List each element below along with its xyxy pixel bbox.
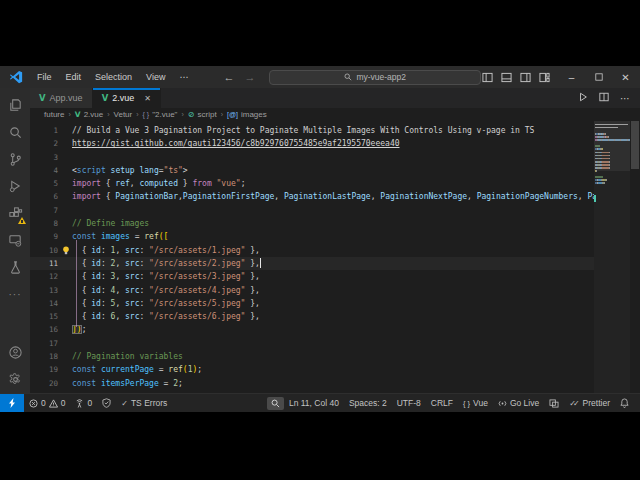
prettier-status[interactable]: ✓✓ Prettier [564, 394, 615, 412]
customize-layout-icon[interactable] [538, 71, 551, 84]
menu-edit[interactable]: Edit [59, 66, 89, 88]
breadcrumb-vetur[interactable]: Vetur [114, 110, 133, 119]
minimap[interactable] [594, 121, 630, 393]
close-tab-icon[interactable]: ✕ [144, 94, 151, 103]
code-line[interactable]: 4<script setup lang="ts"> [30, 164, 594, 177]
code-line[interactable]: 21 [30, 390, 594, 393]
search-icon [344, 73, 352, 81]
code-token: computed [139, 179, 178, 188]
split-editor-icon[interactable] [599, 92, 609, 104]
screencast-zoom-indicator[interactable] [267, 397, 284, 410]
toggle-panel-icon[interactable] [500, 71, 513, 84]
breadcrumb-2vue-symbol[interactable]: "2.vue" [152, 110, 177, 119]
vue-file-icon: V [102, 93, 109, 103]
cursor-position-status[interactable]: Ln 11, Col 40 [284, 394, 344, 412]
navigate-back-icon[interactable]: ← [223, 71, 234, 83]
code-line[interactable]: 8// Define images [30, 217, 594, 230]
settings-gear-icon[interactable] [0, 366, 30, 393]
run-file-icon[interactable] [578, 92, 588, 104]
magnifier-icon [271, 399, 280, 408]
ports-status[interactable]: 0 [70, 394, 97, 412]
navigate-forward-icon[interactable]: → [244, 71, 255, 83]
tab-2-vue[interactable]: V 2.vue ✕ [93, 88, 161, 108]
ports-count: 0 [87, 398, 92, 408]
line-number: 18 [30, 350, 58, 363]
code-line[interactable]: 15 { id: 6, src: "/src/assets/6.jpeg" }, [30, 310, 594, 323]
more-views-icon[interactable]: ··· [0, 281, 30, 308]
toggle-sidebar-icon[interactable] [481, 71, 494, 84]
code-line[interactable]: 2https://gist.github.com/gauti123456/c8b… [30, 137, 594, 150]
minimize-button[interactable]: – [565, 72, 578, 83]
code-line[interactable]: 5import { ref, computed } from "vue"; [30, 177, 594, 190]
code-line[interactable]: 7 [30, 204, 594, 217]
workspace-trust-status[interactable] [97, 394, 116, 412]
menu-selection[interactable]: Selection [88, 66, 139, 88]
code-line[interactable]: 19const currentPage = ref(1); [30, 363, 594, 376]
code-line[interactable]: 6import { PaginationBar,PaginationFirstP… [30, 190, 594, 203]
remote-explorer-icon[interactable] [0, 227, 30, 254]
remote-indicator[interactable] [0, 394, 24, 412]
code-line[interactable]: 11 { id: 2, src: "/src/assets/2.jpeg" }, [30, 257, 594, 270]
close-window-button[interactable]: ✕ [619, 72, 632, 83]
title-bar: File Edit Selection View ⋯ ← → my-vue-ap… [0, 66, 640, 88]
run-debug-icon[interactable] [0, 173, 30, 200]
breadcrumb-folder[interactable]: future [44, 110, 64, 119]
minimap-slider[interactable] [594, 121, 630, 171]
ts-errors-status[interactable]: ✓ TS Errors [116, 394, 172, 412]
language-mode-status[interactable]: { } Vue [458, 394, 493, 412]
code-line[interactable]: 17 [30, 337, 594, 350]
code-line[interactable]: 10 { id: 1, src: "/src/assets/1.jpeg" }, [30, 244, 594, 257]
eol-status[interactable]: CRLF [426, 394, 458, 412]
highlight-tag-status[interactable] [544, 394, 564, 412]
go-live-status[interactable]: Go Live [493, 394, 544, 412]
editor-scrollbar[interactable] [630, 121, 640, 393]
more-actions-icon[interactable]: ⋯ [620, 93, 630, 104]
code-line[interactable]: 16]); [30, 323, 594, 336]
breadcrumb-script[interactable]: script [198, 110, 217, 119]
code-token: "vue" [217, 179, 241, 188]
command-center-search[interactable]: my-vue-app2 [269, 70, 481, 85]
code-line[interactable]: 3 [30, 151, 594, 164]
testing-icon[interactable] [0, 254, 30, 281]
code-line[interactable]: 18// Pagination variables [30, 350, 594, 363]
code-token: , [115, 312, 125, 321]
breadcrumb-images[interactable]: images [241, 110, 267, 119]
menu-file[interactable]: File [30, 66, 59, 88]
code-line[interactable]: 12 { id: 3, src: "/src/assets/3.jpeg" }, [30, 270, 594, 283]
extensions-icon[interactable] [0, 200, 30, 227]
code-token: currentPage [101, 365, 154, 374]
code-token: { [72, 286, 91, 295]
source-control-icon[interactable] [0, 146, 30, 173]
menu-view[interactable]: View [139, 66, 172, 88]
breadcrumb-file[interactable]: 2.vue [84, 110, 104, 119]
code-editor[interactable]: 1// Build a Vue 3 Pagination Project to … [30, 121, 640, 393]
code-token: src [125, 246, 139, 255]
accounts-icon[interactable] [0, 339, 30, 366]
code-line[interactable]: 9const images = ref([ [30, 230, 594, 243]
tab-bar: V App.vue V 2.vue ✕ [30, 88, 640, 108]
menu-more[interactable]: ⋯ [172, 66, 195, 88]
indentation-status[interactable]: Spaces: 2 [344, 394, 392, 412]
scrollbar-thumb[interactable] [631, 121, 639, 169]
notifications-status[interactable] [615, 394, 634, 412]
line-number: 3 [30, 151, 58, 164]
broadcast-icon [498, 399, 507, 408]
code-line[interactable]: 13 { id: 4, src: "/src/assets/4.jpeg" }, [30, 284, 594, 297]
code-line[interactable]: 20const itemsPerPage = 2; [30, 377, 594, 390]
chevron-right-icon: › [220, 111, 224, 118]
code-line[interactable]: 1// Build a Vue 3 Pagination Project to … [30, 124, 594, 137]
code-line[interactable]: 14 { id: 5, src: "/src/assets/5.jpeg" }, [30, 297, 594, 310]
maximize-button[interactable] [592, 72, 605, 83]
explorer-icon[interactable] [0, 92, 30, 119]
toggle-secondary-sidebar-icon[interactable] [519, 71, 532, 84]
code-text: https://gist.github.com/gauti123456/c8b9… [58, 137, 400, 150]
vue-file-icon: V [39, 93, 46, 103]
lightbulb-icon[interactable] [62, 246, 70, 255]
code-token: ; [82, 325, 87, 334]
problems-status[interactable]: 0 0 [24, 394, 70, 412]
encoding-status[interactable]: UTF-8 [392, 394, 426, 412]
code-token: , [115, 259, 125, 268]
code-text: // Pagination variables [58, 350, 183, 363]
tab-app-vue[interactable]: V App.vue [30, 88, 93, 108]
search-sidebar-icon[interactable] [0, 119, 30, 146]
